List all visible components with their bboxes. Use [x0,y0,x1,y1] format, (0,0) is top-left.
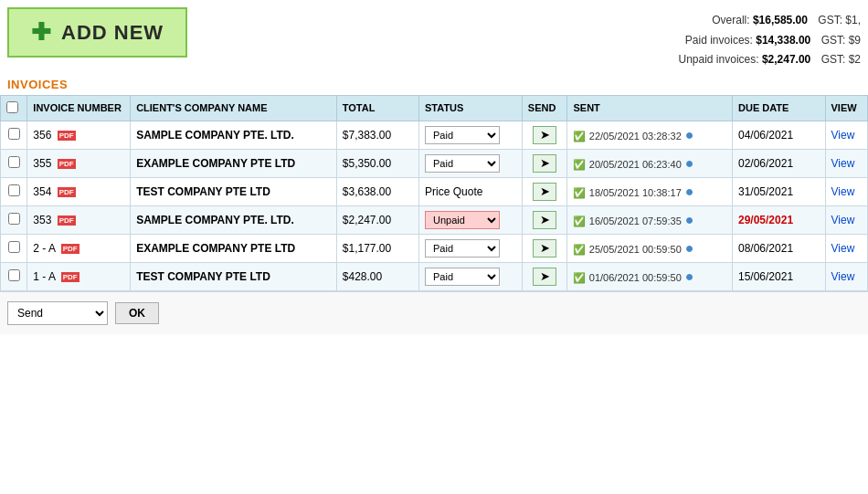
invoice-number: 356 [33,129,51,142]
send-button[interactable]: ➤ [533,268,556,286]
due-date-cell: 08/06/2021 [733,234,826,262]
invoice-number: 354 [33,185,51,198]
status-cell: Paid Unpaid Price Quote [419,234,523,262]
view-link[interactable]: View [831,185,855,198]
company-name-cell: EXAMPLE COMPANY PTE LTD [131,234,337,262]
send-button[interactable]: ➤ [533,239,556,258]
pdf-icon[interactable]: PDF [58,215,76,226]
status-select[interactable]: Paid Unpaid Price Quote [425,239,500,258]
invoice-number-cell: 354 PDF [27,177,131,205]
sent-checkmark: ✅ [573,159,586,170]
pdf-icon[interactable]: PDF [61,272,79,283]
invoice-number-cell: 356 PDF [27,121,131,149]
company-name: TEST COMPANY PTE LTD [136,270,270,283]
sent-checkmark: ✅ [573,215,586,226]
table-row: 2 - A PDFEXAMPLE COMPANY PTE LTD$1,177.0… [1,234,868,262]
total-cell: $7,383.00 [336,121,418,149]
row-checkbox[interactable] [8,184,20,196]
due-date-cell: 15/06/2021 [733,262,826,290]
view-cell: View [825,177,867,205]
row-checkbox[interactable] [8,241,20,253]
sent-cell: ✅ 25/05/2021 00:59:50● [567,234,733,262]
pdf-icon[interactable]: PDF [61,244,79,255]
col-header-status: STATUS [419,95,523,121]
sent-dot: ● [685,184,694,199]
send-icon: ➤ [533,268,556,286]
invoice-number: 1 - A [33,270,55,283]
due-date-cell: 04/06/2021 [733,121,826,149]
sent-timestamp: 20/05/2021 06:23:40 [589,159,682,170]
overall-label: Overall: [712,14,749,26]
view-link[interactable]: View [831,242,855,255]
view-cell: View [825,149,867,177]
view-link[interactable]: View [831,157,855,170]
total-cell: $1,177.00 [336,234,418,262]
pdf-icon[interactable]: PDF [58,159,76,170]
company-name-cell: TEST COMPANY PTE LTD [131,262,337,290]
view-link[interactable]: View [831,129,855,142]
pdf-icon[interactable]: PDF [58,131,76,142]
invoice-number: 353 [33,214,51,226]
company-name-cell: TEST COMPANY PTE LTD [131,177,337,205]
col-header-invoice: INVOICE NUMBER [27,95,131,121]
total-amount: $5,350.00 [343,157,391,170]
company-name-cell: SAMPLE COMPANY PTE. LTD. [131,121,337,149]
col-header-send: SEND [522,95,567,121]
select-all-checkbox[interactable] [6,101,18,113]
overall-gst: GST: $1, [818,14,861,26]
paid-label: Paid invoices: [685,34,753,47]
add-new-label: ADD NEW [61,21,164,45]
ok-button[interactable]: OK [115,302,159,324]
summary-box: Overall: $16,585.00 GST: $1, Paid invoic… [679,7,862,70]
overall-amount: $16,585.00 [753,14,808,26]
total-cell: $2,247.00 [336,205,418,234]
status-select[interactable]: Paid Unpaid Price Quote [425,126,500,144]
bottom-bar: SendDeleteArchive OK [0,291,868,334]
bulk-action-select[interactable]: SendDeleteArchive [7,301,108,325]
send-button[interactable]: ➤ [533,211,556,229]
view-cell: View [825,234,867,262]
send-cell: ➤ [522,121,567,149]
company-name-cell: SAMPLE COMPANY PTE. LTD. [131,205,337,234]
due-date-cell: 02/06/2021 [733,149,826,177]
sent-cell: ✅ 01/06/2021 00:59:50● [567,262,733,290]
row-checkbox[interactable] [8,269,20,281]
sent-checkmark: ✅ [573,187,586,198]
row-checkbox[interactable] [8,213,20,225]
status-cell: Paid Unpaid Price Quote [419,262,523,290]
send-button[interactable]: ➤ [533,126,556,144]
due-date-cell: 31/05/2021 [733,177,826,205]
invoice-number-cell: 355 PDF [27,149,131,177]
table-row: 355 PDFEXAMPLE COMPANY PTE LTD$5,350.00 … [1,149,868,177]
sent-dot: ● [685,127,694,142]
status-select[interactable]: Paid Unpaid Price Quote [425,268,500,286]
add-new-button[interactable]: ✚ ADD NEW [7,7,187,58]
company-name: EXAMPLE COMPANY PTE LTD [136,242,295,255]
view-cell: View [825,121,867,149]
status-select[interactable]: Paid Unpaid Price Quote [425,211,500,229]
view-link[interactable]: View [831,214,855,226]
paid-amount: $14,338.00 [756,34,810,47]
due-date: 02/06/2021 [738,157,793,170]
invoices-section-label: INVOICES [0,74,868,95]
due-date: 15/06/2021 [738,270,793,283]
sent-checkmark: ✅ [573,272,586,283]
row-checkbox-cell [1,205,27,234]
pdf-icon[interactable]: PDF [58,187,76,198]
unpaid-gst: GST: $2 [821,53,861,66]
status-cell: Paid Unpaid Price Quote [419,149,523,177]
sent-cell: ✅ 22/05/2021 03:28:32● [567,121,733,149]
view-link[interactable]: View [831,270,855,283]
company-name: EXAMPLE COMPANY PTE LTD [136,157,295,170]
row-checkbox-cell [1,262,27,290]
status-select[interactable]: Paid Unpaid Price Quote [425,154,500,173]
invoice-number-cell: 1 - A PDF [27,262,131,290]
col-header-sent: SENT [567,95,733,121]
table-row: 1 - A PDFTEST COMPANY PTE LTD$428.00 Pai… [1,262,868,290]
row-checkbox[interactable] [8,128,20,140]
send-icon: ➤ [533,239,556,258]
send-icon: ➤ [533,211,556,229]
send-button[interactable]: ➤ [533,154,556,173]
send-button[interactable]: ➤ [533,183,556,201]
row-checkbox[interactable] [8,156,20,168]
